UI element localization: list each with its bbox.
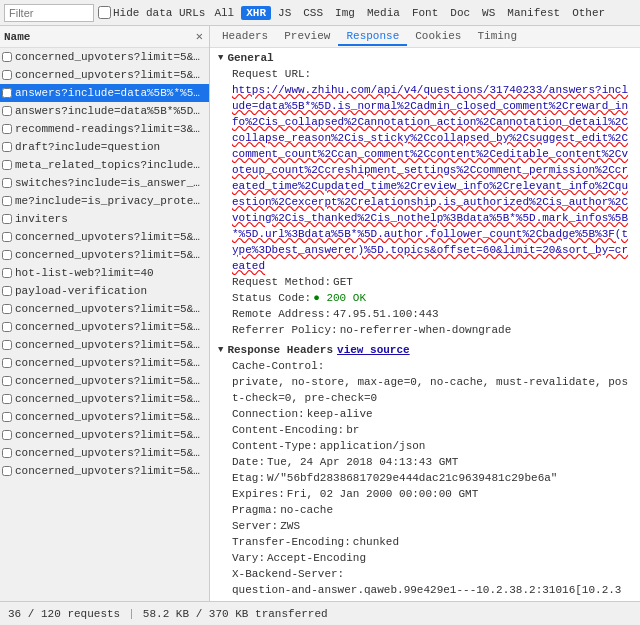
connection-row: Connection: keep-alive — [232, 406, 632, 422]
request-checkbox[interactable] — [2, 124, 12, 134]
response-headers-section-header[interactable]: ▼ Response Headers view source — [218, 344, 632, 356]
request-checkbox[interactable] — [2, 430, 12, 440]
request-checkbox[interactable] — [2, 142, 12, 152]
request-item[interactable]: answers?include=data%5B%*%5D.is… — [0, 84, 209, 102]
request-item[interactable]: concerned_upvoters?limit=5&offse… — [0, 408, 209, 426]
name-column-header: Name — [4, 31, 194, 43]
request-name: concerned_upvoters?limit=5&offse… — [15, 51, 205, 63]
request-checkbox[interactable] — [2, 448, 12, 458]
request-name: concerned_upvoters?limit=5&offse… — [15, 393, 205, 405]
tab-timing[interactable]: Timing — [469, 28, 525, 46]
request-item[interactable]: answers?include=data%5B*%5D.is… — [0, 102, 209, 120]
request-name: concerned_upvoters?limit=5&offse… — [15, 231, 205, 243]
tab-css[interactable]: CSS — [298, 6, 328, 20]
request-checkbox[interactable] — [2, 412, 12, 422]
request-checkbox[interactable] — [2, 268, 12, 278]
right-panel-tabs: Headers Preview Response Cookies Timing — [210, 26, 640, 48]
request-method-key: Request Method: — [232, 274, 331, 290]
request-item[interactable]: concerned_upvoters?limit=5&offse… — [0, 426, 209, 444]
date-row: Date: Tue, 24 Apr 2018 04:13:43 GMT — [232, 454, 632, 470]
expand-triangle-general: ▼ — [218, 53, 223, 63]
request-item[interactable]: concerned_upvoters?limit=5&offse… — [0, 246, 209, 264]
tab-preview[interactable]: Preview — [276, 28, 338, 46]
tab-doc[interactable]: Doc — [445, 6, 475, 20]
tab-manifest[interactable]: Manifest — [502, 6, 565, 20]
request-checkbox[interactable] — [2, 70, 12, 80]
request-item[interactable]: concerned_upvoters?limit=5&offse… — [0, 372, 209, 390]
tab-ws[interactable]: WS — [477, 6, 500, 20]
request-checkbox[interactable] — [2, 160, 12, 170]
request-item[interactable]: payload-verification — [0, 282, 209, 300]
transfer-size: 58.2 KB / 370 KB transferred — [143, 608, 328, 620]
request-item[interactable]: concerned_upvoters?limit=5&offse… — [0, 354, 209, 372]
request-checkbox[interactable] — [2, 250, 12, 260]
request-item[interactable]: concerned_upvoters?limit=5&offse… — [0, 444, 209, 462]
response-headers-view-source[interactable]: view source — [337, 344, 410, 356]
tab-font[interactable]: Font — [407, 6, 443, 20]
request-checkbox[interactable] — [2, 178, 12, 188]
request-item[interactable]: concerned_upvoters?limit=5&offse… — [0, 336, 209, 354]
request-name: draft?include=question — [15, 141, 160, 153]
status-code-row: Status Code: ● 200 OK — [232, 290, 632, 306]
cache-control-value: private, no-store, max-age=0, no-cache, … — [232, 374, 632, 406]
request-item[interactable]: concerned_upvoters?limit=5&offse… — [0, 48, 209, 66]
hide-data-urls-label[interactable]: Hide data URLs — [98, 6, 205, 19]
request-checkbox[interactable] — [2, 196, 12, 206]
request-checkbox[interactable] — [2, 286, 12, 296]
request-checkbox[interactable] — [2, 394, 12, 404]
tab-headers[interactable]: Headers — [214, 28, 276, 46]
filter-input[interactable] — [4, 4, 94, 22]
status-bar: 36 / 120 requests | 58.2 KB / 370 KB tra… — [0, 601, 640, 625]
request-item[interactable]: meta_related_topics?include=data%… — [0, 156, 209, 174]
request-checkbox[interactable] — [2, 214, 12, 224]
request-name: concerned_upvoters?limit=5&offse… — [15, 339, 205, 351]
close-detail-button[interactable]: ✕ — [194, 29, 205, 44]
request-name: concerned_upvoters?limit=5&offse… — [15, 357, 205, 369]
request-name: concerned_upvoters?limit=5&offse… — [15, 375, 205, 387]
request-checkbox[interactable] — [2, 106, 12, 116]
request-item[interactable]: draft?include=question — [0, 138, 209, 156]
request-name: concerned_upvoters?limit=5&offse… — [15, 465, 205, 477]
request-item[interactable]: concerned_upvoters?limit=5&offse… — [0, 66, 209, 84]
request-item[interactable]: concerned_upvoters?limit=5&offse… — [0, 462, 209, 480]
general-section-header[interactable]: ▼ General — [218, 52, 632, 64]
request-name: inviters — [15, 213, 68, 225]
x-backend-server-row: X-Backend-Server: question-and-answer.qa… — [232, 566, 632, 601]
tab-img[interactable]: Img — [330, 6, 360, 20]
request-checkbox[interactable] — [2, 88, 12, 98]
request-checkbox[interactable] — [2, 304, 12, 314]
request-list: concerned_upvoters?limit=5&offse…concern… — [0, 48, 209, 601]
request-name: concerned_upvoters?limit=5&offse… — [15, 411, 205, 423]
tab-xhr[interactable]: XHR — [241, 6, 271, 20]
request-item[interactable]: switches?include=is_answer_reward — [0, 174, 209, 192]
request-checkbox[interactable] — [2, 340, 12, 350]
response-headers-body: Cache-Control: private, no-store, max-ag… — [218, 358, 632, 601]
request-item[interactable]: inviters — [0, 210, 209, 228]
request-item[interactable]: concerned_upvoters?limit=5&offse… — [0, 228, 209, 246]
request-checkbox[interactable] — [2, 466, 12, 476]
tab-js[interactable]: JS — [273, 6, 296, 20]
right-panel: Headers Preview Response Cookies Timing … — [210, 26, 640, 601]
tab-all[interactable]: All — [209, 6, 239, 20]
request-checkbox[interactable] — [2, 358, 12, 368]
request-item[interactable]: concerned_upvoters?limit=5&offse… — [0, 318, 209, 336]
tab-response[interactable]: Response — [338, 28, 407, 46]
tab-other[interactable]: Other — [567, 6, 610, 20]
connection-key: Connection: — [232, 406, 305, 422]
request-checkbox[interactable] — [2, 52, 12, 62]
request-checkbox[interactable] — [2, 232, 12, 242]
request-name: concerned_upvoters?limit=5&offse… — [15, 303, 205, 315]
referrer-policy-key: Referrer Policy: — [232, 322, 338, 338]
request-item[interactable]: hot-list-web?limit=40 — [0, 264, 209, 282]
request-checkbox[interactable] — [2, 322, 12, 332]
tab-media[interactable]: Media — [362, 6, 405, 20]
x-backend-server-key: X-Backend-Server: — [232, 566, 344, 582]
request-item[interactable]: concerned_upvoters?limit=5&offse… — [0, 300, 209, 318]
request-item[interactable]: concerned_upvoters?limit=5&offse… — [0, 390, 209, 408]
hide-data-urls-checkbox[interactable] — [98, 6, 111, 19]
tab-cookies[interactable]: Cookies — [407, 28, 469, 46]
request-item[interactable]: recommend-readings?limit=3&incl… — [0, 120, 209, 138]
request-item[interactable]: me?include=is_privacy_protected — [0, 192, 209, 210]
request-checkbox[interactable] — [2, 376, 12, 386]
request-name: me?include=is_privacy_protected — [15, 195, 205, 207]
